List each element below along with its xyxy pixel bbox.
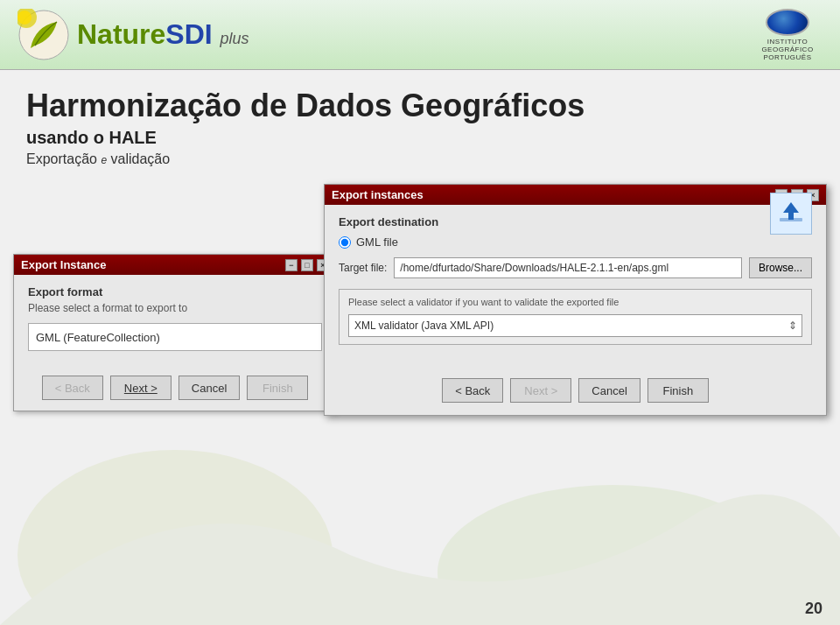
export-format-title: Export Instance <box>21 258 107 271</box>
header: NatureSDI plus INSTITUTO GEOGRÁFICO PORT… <box>0 0 840 70</box>
logo-nature: Nature <box>77 18 165 50</box>
export-format-finish-button[interactable]: Finish <box>247 376 308 400</box>
dialog-export-format: Export Instance − □ × Export format Plea… <box>13 254 337 411</box>
instituto-logo-text: INSTITUTO GEOGRÁFICO PORTUGUÊS <box>752 38 822 61</box>
slide-title: Harmonização de Dados Geográficos <box>26 88 814 124</box>
logo-sdi: SDI <box>165 18 212 50</box>
validator-select[interactable]: XML validator (Java XML API) <box>348 314 802 337</box>
slide-subtitle: usando o HALE <box>26 128 814 148</box>
export-instances-footer: < Back Next > Cancel Finish <box>325 369 826 415</box>
instituto-logo-icon <box>766 9 809 36</box>
logo-area: NatureSDI plus <box>18 9 249 61</box>
titlebar-buttons: − □ × <box>285 259 329 271</box>
export-instances-next-button[interactable]: Next > <box>510 378 571 403</box>
gml-file-radio-option[interactable]: GML file <box>339 235 812 249</box>
dialog-export-instances: Export instances − □ × Export destinatio… <box>324 184 827 416</box>
restore-btn[interactable]: □ <box>301 259 313 271</box>
gml-file-radio[interactable] <box>339 236 351 249</box>
upload-svg-icon <box>778 200 804 227</box>
slide-description: Exportação e validação <box>26 151 814 167</box>
validator-select-wrapper: XML validator (Java XML API) ⇕ <box>348 314 802 337</box>
page-number: 20 <box>805 600 822 618</box>
logo-plus: plus <box>220 30 249 47</box>
export-instances-titlebar: Export instances − □ × <box>325 185 826 205</box>
target-file-input[interactable] <box>394 257 742 278</box>
logo-leaf-icon <box>18 9 70 61</box>
minimize-btn[interactable]: − <box>285 259 298 271</box>
export-format-titlebar: Export Instance − □ × <box>14 255 336 275</box>
export-format-section-title: Export format <box>28 285 322 298</box>
export-format-description: Please select a format to export to <box>28 302 322 314</box>
export-format-footer: < Back Next > Cancel Finish <box>14 369 336 411</box>
export-format-cancel-button[interactable]: Cancel <box>178 376 240 400</box>
export-instances-back-button[interactable]: < Back <box>442 378 503 403</box>
export-instances-title: Export instances <box>332 188 424 201</box>
target-file-row: Target file: Browse... <box>339 257 812 278</box>
svg-marker-6 <box>783 202 799 220</box>
export-destination-title: Export destination <box>339 215 812 228</box>
logo-text-group: NatureSDI plus <box>77 18 249 51</box>
upload-icon[interactable] <box>770 193 812 235</box>
right-logo: INSTITUTO GEOGRÁFICO PORTUGUÊS <box>752 9 822 61</box>
export-instances-body: Export destination GML file Target file:… <box>325 205 826 369</box>
export-format-body: Export format Please select a format to … <box>14 275 336 369</box>
export-instances-cancel-button[interactable]: Cancel <box>578 378 640 403</box>
browse-button[interactable]: Browse... <box>749 257 812 278</box>
svg-point-2 <box>18 11 32 25</box>
export-format-next-button[interactable]: Next > <box>110 376 172 400</box>
upload-icon-area <box>770 193 814 236</box>
format-list-item[interactable]: GML (FeatureCollection) <box>28 323 322 351</box>
target-file-label: Target file: <box>339 262 387 274</box>
export-instances-finish-button[interactable]: Finish <box>648 378 709 403</box>
validation-group: Please select a validator if you want to… <box>339 289 812 345</box>
gml-file-label: GML file <box>356 235 398 249</box>
export-format-back-button[interactable]: < Back <box>42 376 103 400</box>
validation-description: Please select a validator if you want to… <box>348 297 802 307</box>
main-content: Harmonização de Dados Geográficos usando… <box>0 70 840 625</box>
